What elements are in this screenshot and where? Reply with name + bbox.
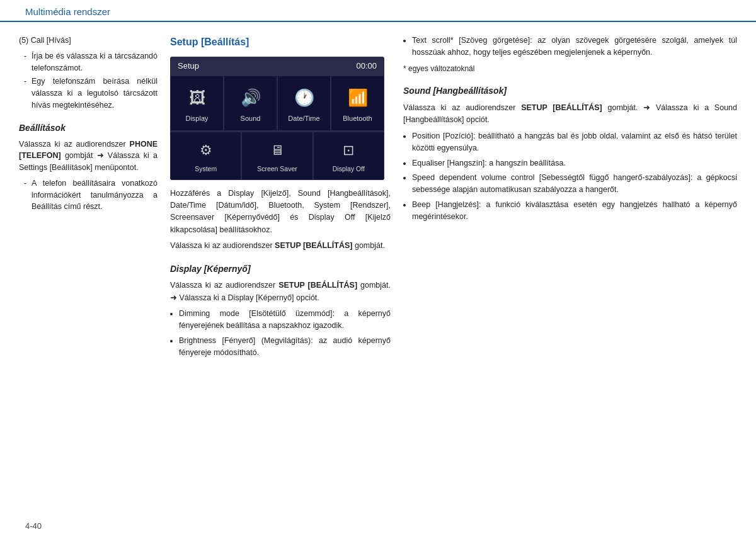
setup-screen: Setup 00:00 🖼 Display 🔊 Sound 🕐 Date/Tim… (170, 57, 384, 180)
screen-icon-displayoff: ⊡ Display Off (313, 132, 384, 179)
header: Multimédia rendszer (0, 0, 756, 22)
sound-title: Sound [Hangbeállítások] (403, 84, 737, 98)
settings-text-1: Válassza ki az audiorendszer (19, 140, 130, 149)
screen-time: 00:00 (356, 60, 377, 72)
screen-icon-bluetooth: 📶 Bluetooth (331, 76, 384, 131)
col-right: Text scroll* [Szöveg görgetése]: az olya… (403, 35, 737, 526)
settings-text-2: gombját (61, 151, 97, 160)
datetime-label: Date/Time (288, 113, 319, 124)
settings-text: Válassza ki az audiorendszer PHONE [TELE… (19, 138, 158, 174)
scroll-bullet-list: Text scroll* [Szöveg görgetése]: az olya… (403, 35, 737, 59)
displayoff-icon: ⊡ (343, 140, 354, 161)
sound-icon: 🔊 (241, 85, 261, 110)
header-title: Multimédia rendszer (25, 6, 110, 17)
screen-title: Setup (178, 60, 199, 72)
list-item: Equaliser [Hangszín]: a hangszín beállít… (412, 157, 737, 169)
screen-icon-system: ⚙ System (170, 132, 241, 179)
list-item: Speed dependent volume control [Sebesség… (412, 172, 737, 196)
list-item: Egy telefonszám beírása nélkül válassza … (28, 76, 158, 111)
list-item: A telefon beállításaira vonatkozó inform… (28, 178, 158, 213)
list-item: Position [Pozíció]: beállítható a hangzá… (412, 130, 737, 155)
screen-icon-display: 🖼 Display (170, 76, 224, 131)
settings-title: Beállítások (19, 121, 158, 135)
sound-label: Sound (241, 113, 261, 124)
page-number: 4-40 (25, 521, 42, 531)
system-label: System (195, 164, 217, 174)
list-item: Beep [Hangjelzés]: a funkció kiválasztás… (412, 199, 737, 223)
screen-icons-row2: ⚙ System 🖥 Screen Saver ⊡ Display Off (170, 131, 384, 179)
call-list: Írja be és válassza ki a tárcsázandó tel… (19, 50, 158, 111)
screensaver-label: Screen Saver (257, 164, 297, 174)
bluetooth-icon: 📶 (348, 85, 368, 110)
list-item: Írja be és válassza ki a tárcsázandó tel… (28, 50, 158, 74)
screensaver-icon: 🖥 (270, 140, 284, 161)
screen-icons-row1: 🖼 Display 🔊 Sound 🕐 Date/Time 📶 Bluetoot… (170, 76, 384, 131)
displayoff-label: Display Off (333, 164, 365, 174)
list-item: Brightness [Fényerő] (Megvilágítás): az … (179, 335, 391, 359)
datetime-icon: 🕐 (294, 85, 314, 110)
settings-arrow: ➜ (97, 151, 104, 160)
screen-icon-datetime: 🕐 Date/Time (277, 76, 331, 131)
system-icon: ⚙ (200, 140, 212, 161)
display-instruction: Válassza ki az audiorendszer SETUP [BEÁL… (170, 279, 391, 304)
sound-instruction: Válassza ki az audiorendszer SETUP [BEÁL… (403, 102, 737, 127)
note-text: * egyes változatoknál (403, 63, 737, 75)
setup-title: Setup [Beállítás] (170, 35, 391, 50)
access-text: Hozzáférés a Display [Kijelző], Sound [H… (170, 188, 391, 237)
display-label: Display (185, 113, 208, 124)
display-icon: 🖼 (189, 85, 205, 110)
display-bullets: Dimming mode [Elsötétülő üzemmód]: a kép… (170, 308, 391, 359)
screen-header: Setup 00:00 (170, 57, 384, 76)
col-left: (5) Call [Hívás] Írja be és válassza ki … (19, 35, 170, 526)
call-title: (5) Call [Hívás] (19, 35, 158, 47)
list-item: Text scroll* [Szöveg görgetése]: az olya… (412, 35, 737, 59)
list-item: Dimming mode [Elsötétülő üzemmód]: a kép… (179, 308, 391, 332)
col-middle: Setup [Beállítás] Setup 00:00 🖼 Display … (170, 35, 403, 526)
settings-list: A telefon beállításaira vonatkozó inform… (19, 178, 158, 213)
setup-instruction: Válassza ki az audiorendszer SETUP [BEÁL… (170, 240, 391, 252)
bluetooth-label: Bluetooth (343, 113, 372, 124)
sound-bullets: Position [Pozíció]: beállítható a hangzá… (403, 130, 737, 223)
screen-icon-screensaver: 🖥 Screen Saver (241, 132, 312, 179)
display-title: Display [Képernyő] (170, 263, 391, 276)
screen-icon-sound: 🔊 Sound (224, 76, 277, 131)
